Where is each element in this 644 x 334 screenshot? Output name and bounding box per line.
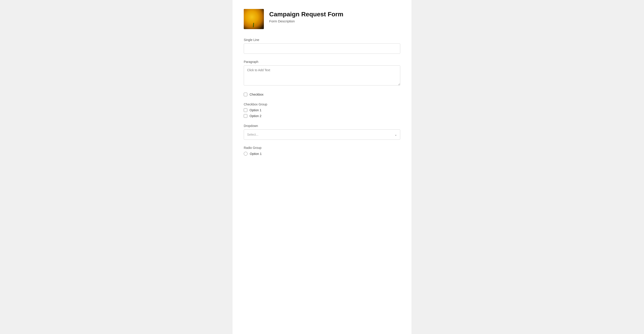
dropdown-wrapper: Select... Option 1 Option 2 ⌄ — [244, 129, 400, 140]
checkbox-group-section: Checkbox Group Option 1 Option 2 — [244, 103, 400, 118]
checkbox-label: Checkbox — [250, 93, 264, 96]
dropdown-label: Dropdown — [244, 124, 400, 128]
dropdown-section: Dropdown Select... Option 1 Option 2 ⌄ — [244, 124, 400, 140]
form-card: Campaign Request Form Form Description S… — [232, 0, 412, 334]
checkbox-option-1: Option 1 — [244, 108, 400, 112]
single-line-section: Single Line — [244, 38, 400, 54]
form-logo-stem — [253, 23, 254, 27]
radio-option-1-label: Option 1 — [250, 152, 262, 156]
single-line-input[interactable] — [244, 44, 400, 54]
form-title-group: Campaign Request Form Form Description — [269, 9, 343, 23]
paragraph-input[interactable] — [244, 65, 400, 86]
single-line-label: Single Line — [244, 38, 400, 42]
radio-group-label: Radio Group — [244, 146, 400, 150]
radio-option-1-input[interactable] — [244, 152, 248, 156]
form-header: Campaign Request Form Form Description — [244, 9, 400, 29]
radio-option-1: Option 1 — [244, 152, 400, 156]
checkbox-option-2-label: Option 2 — [250, 114, 262, 118]
form-logo — [244, 9, 264, 29]
checkbox-group-options: Option 1 Option 2 — [244, 108, 400, 118]
checkbox-group-label: Checkbox Group — [244, 103, 400, 106]
checkbox-option-1-label: Option 1 — [250, 108, 262, 112]
form-logo-image — [244, 9, 264, 29]
radio-group-section: Radio Group Option 1 — [244, 146, 400, 156]
radio-group-options: Option 1 — [244, 152, 400, 156]
form-description: Form Description — [269, 19, 343, 23]
checkbox-option-2: Option 2 — [244, 114, 400, 118]
checkbox-option-2-input[interactable] — [244, 114, 247, 118]
form-title: Campaign Request Form — [269, 11, 343, 18]
paragraph-section: Paragraph — [244, 60, 400, 86]
paragraph-label: Paragraph — [244, 60, 400, 64]
checkbox-option-1-input[interactable] — [244, 108, 247, 112]
checkbox-single-section: Checkbox — [244, 93, 400, 96]
page-wrapper: Campaign Request Form Form Description S… — [0, 0, 644, 334]
dropdown-select[interactable]: Select... Option 1 Option 2 — [244, 129, 400, 140]
checkbox-input[interactable] — [244, 93, 247, 96]
